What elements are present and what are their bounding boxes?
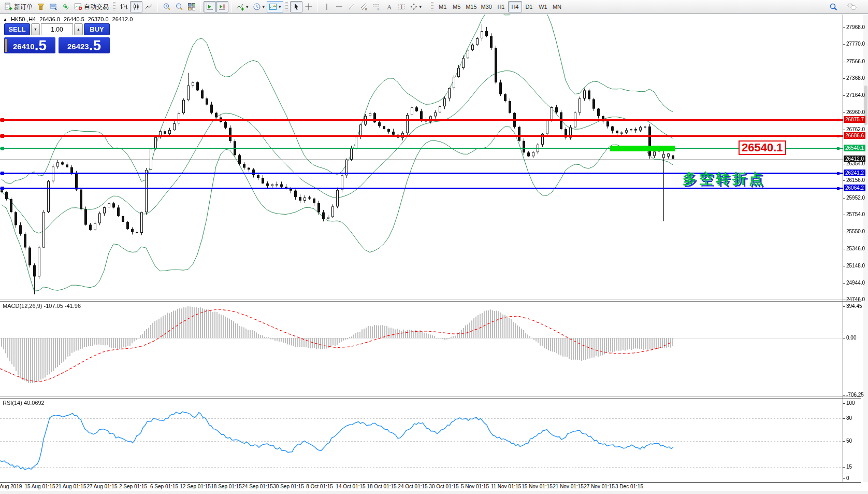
zoom-in-button[interactable] <box>161 1 173 12</box>
candlestick-icon <box>132 3 140 11</box>
timeframe-button-H4[interactable]: H4 <box>508 1 522 12</box>
data-window-button[interactable] <box>47 1 60 12</box>
date-axis-label: 12 Sep 01:15 <box>180 484 211 489</box>
svg-text:E: E <box>365 8 367 11</box>
label-tool-button[interactable]: T <box>395 1 408 12</box>
axis-label: 24944.0 <box>846 280 865 286</box>
axis-tick <box>843 164 845 164</box>
price-line-label-chip: 26241.2 <box>844 170 865 176</box>
sell-price-fraction: .5 <box>35 38 47 53</box>
timeframe-button-H1[interactable]: H1 <box>494 1 508 12</box>
date-axis-label: 27 Nov 01:15 <box>584 484 615 489</box>
tile-windows-button[interactable] <box>185 1 198 12</box>
auto-scroll-button[interactable] <box>204 1 216 12</box>
quote-line: ▲ HK50-,H4 26436.0 26440.5 26370.0 26412… <box>3 16 133 22</box>
new-order-button[interactable]: 新订单 <box>2 1 35 12</box>
autotrading-button[interactable]: 自动交易 <box>72 1 111 12</box>
axis-tick <box>843 418 845 419</box>
svg-text:A: A <box>387 3 392 11</box>
axis-tick <box>843 395 845 396</box>
crosshair-button[interactable] <box>302 1 315 12</box>
vertical-line-button[interactable] <box>321 1 333 12</box>
date-axis-label: 30 Oct 01:15 <box>429 484 458 489</box>
symbol-period-label: HK50-,H4 <box>11 16 36 22</box>
turning-point-annotation[interactable]: 多空转折点 <box>683 170 765 188</box>
macd-canvas[interactable] <box>0 302 843 397</box>
timeframe-button-D1[interactable]: D1 <box>522 1 536 12</box>
rsi-canvas[interactable] <box>0 399 843 482</box>
price-line-label-chip: 26064.2 <box>844 185 865 191</box>
axis-label: 394.45 <box>846 303 862 309</box>
chat-button[interactable] <box>845 1 859 12</box>
toolbar-separator <box>317 2 318 12</box>
subwindow-separator[interactable] <box>0 300 861 302</box>
price-line-label-chip: 26875.7 <box>844 116 865 123</box>
toolbar-grip <box>285 2 288 11</box>
toolbar-separator <box>200 2 201 12</box>
price-axis[interactable] <box>843 15 843 482</box>
cursor-button[interactable] <box>290 1 302 12</box>
axis-label: 26762.0 <box>846 126 865 132</box>
axis-label: 24746.0 <box>846 297 865 302</box>
axis-tick <box>843 403 845 404</box>
price-line-label-chip: 26412.0 <box>844 156 865 162</box>
volume-increase-button[interactable]: ▲ <box>74 23 83 35</box>
buy-button[interactable]: BUY <box>84 23 110 35</box>
bar-chart-button[interactable] <box>118 1 130 12</box>
timeframe-button-MN[interactable]: MN <box>550 1 564 12</box>
fibonacci-button[interactable]: F <box>370 1 383 12</box>
quote-low: 26370.0 <box>88 16 109 22</box>
volume-input[interactable] <box>41 23 73 35</box>
arrows-button[interactable]: ▾ <box>408 1 424 12</box>
date-axis-label: 11 Nov 01:15 <box>491 484 522 489</box>
autotrading-icon <box>74 3 82 11</box>
chart-shift-button[interactable] <box>216 1 228 12</box>
new-order-label: 新订单 <box>14 3 33 11</box>
timeframe-button-M15[interactable]: M15 <box>464 1 479 12</box>
line-chart-button[interactable] <box>142 1 155 12</box>
axis-tick <box>843 232 845 232</box>
date-axis-label: 27 Aug 01:15 <box>87 484 118 489</box>
price-callout-box[interactable]: 26540.1 <box>739 140 786 155</box>
dropdown-caret-icon: ▾ <box>246 4 249 9</box>
signals-button[interactable] <box>60 1 72 12</box>
buy-price-box[interactable]: 26423 .5 <box>59 37 110 53</box>
axis-tick <box>843 467 845 468</box>
price-chart-canvas[interactable] <box>0 15 843 300</box>
channel-icon: E <box>360 3 368 11</box>
periods-button[interactable]: ▾ <box>251 1 267 12</box>
chart-profile-button[interactable]: ▾ <box>267 1 283 12</box>
trendline-button[interactable] <box>345 1 358 12</box>
collapse-arrow-icon[interactable]: ▲ <box>3 17 7 22</box>
subwindow-separator[interactable] <box>0 397 861 399</box>
axis-label: 25550.0 <box>846 229 865 234</box>
sell-price-box[interactable]: 26410 .5 <box>4 37 55 53</box>
search-button[interactable] <box>827 1 840 12</box>
axis-tick <box>843 306 845 307</box>
macd-indicator-label: MACD(12,26,9) -107.05 -41.96 <box>3 303 81 309</box>
search-icon <box>829 3 838 11</box>
zoom-out-button[interactable] <box>173 1 185 12</box>
channel-button[interactable]: E <box>358 1 370 12</box>
toolbar-separator <box>157 2 158 12</box>
timeframe-button-M30[interactable]: M30 <box>479 1 494 12</box>
sell-button[interactable]: SELL <box>4 23 30 35</box>
profiles-button[interactable] <box>35 1 47 12</box>
date-axis[interactable] <box>0 482 861 483</box>
date-axis-label: 18 Oct 01:15 <box>367 484 396 489</box>
volume-decrease-button[interactable]: ▼ <box>31 23 40 35</box>
candlestick-button[interactable] <box>130 1 142 12</box>
zoom-in-icon <box>163 3 171 11</box>
timeframe-button-M5[interactable]: M5 <box>450 1 464 12</box>
axis-tick <box>843 198 845 199</box>
text-tool-button[interactable]: A <box>383 1 395 12</box>
timeframe-button-M1[interactable]: M1 <box>436 1 450 12</box>
horizontal-line-button[interactable] <box>333 1 345 12</box>
add-indicator-button[interactable]: ▾ <box>234 1 251 12</box>
timeframe-button-W1[interactable]: W1 <box>536 1 550 12</box>
cursor-icon <box>292 3 300 11</box>
axis-label: 26156.0 <box>846 177 865 183</box>
toolbar-separator <box>231 2 232 12</box>
auto-scroll-icon <box>206 3 214 11</box>
toolbar-grip <box>113 2 115 11</box>
